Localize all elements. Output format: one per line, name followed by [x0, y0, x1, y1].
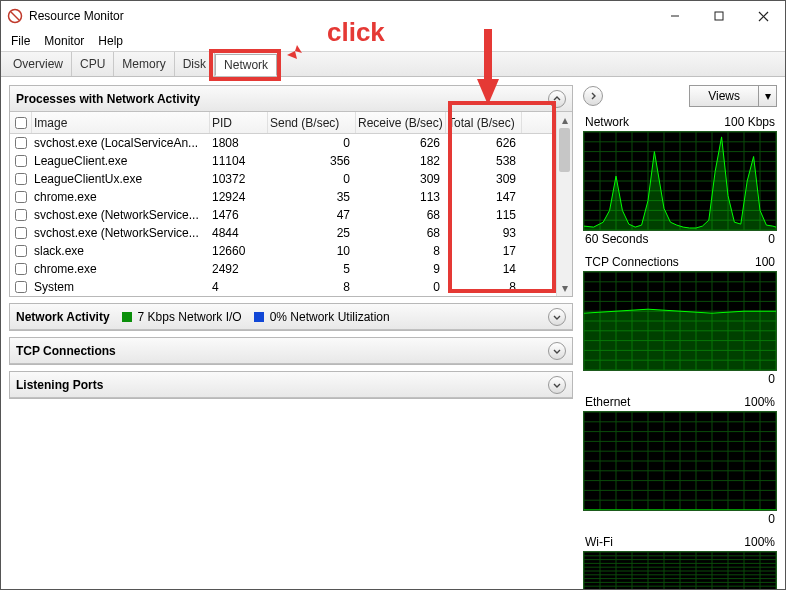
chart-tcp-title: TCP Connections: [585, 255, 679, 269]
expand-button[interactable]: [548, 342, 566, 360]
chart-ethernet-title: Ethernet: [585, 395, 630, 409]
cell-pid: 4: [210, 280, 268, 294]
cell-image: LeagueClientUx.exe: [32, 172, 210, 186]
cell-receive: 68: [356, 226, 446, 240]
tab-memory[interactable]: Memory: [114, 52, 174, 76]
table-header-row: Image PID Send (B/sec) Receive (B/sec) T…: [10, 112, 556, 134]
row-checkbox[interactable]: [15, 137, 27, 149]
col-total[interactable]: Total (B/sec): [446, 112, 522, 133]
row-checkbox[interactable]: [15, 173, 27, 185]
scroll-thumb[interactable]: [559, 128, 570, 172]
table-row[interactable]: svchost.exe (LocalServiceAn...1808062662…: [10, 134, 556, 152]
chart-tcp-foot-right: 0: [768, 372, 775, 386]
close-button[interactable]: [741, 1, 785, 31]
cell-image: chrome.exe: [32, 190, 210, 204]
select-all-checkbox[interactable]: [15, 117, 27, 129]
chart-network: [583, 131, 777, 231]
collapse-right-pane-button[interactable]: [583, 86, 603, 106]
table-row[interactable]: slack.exe1266010817: [10, 242, 556, 260]
listening-ports-header[interactable]: Listening Ports: [10, 372, 572, 398]
table-row[interactable]: svchost.exe (NetworkService...1476476811…: [10, 206, 556, 224]
cell-total: 17: [446, 244, 522, 258]
util-swatch-icon: [254, 312, 264, 322]
table-body: svchost.exe (LocalServiceAn...1808062662…: [10, 134, 556, 296]
table-row[interactable]: chrome.exe1292435113147: [10, 188, 556, 206]
views-label: Views: [690, 89, 758, 103]
cell-receive: 113: [356, 190, 446, 204]
vertical-scrollbar[interactable]: ▴ ▾: [556, 112, 572, 296]
tab-network[interactable]: Network: [215, 54, 277, 76]
row-checkbox[interactable]: [15, 263, 27, 275]
menu-file[interactable]: File: [5, 32, 36, 50]
chart-ethernet-scale: 100%: [744, 395, 775, 409]
cell-receive: 9: [356, 262, 446, 276]
scroll-up-icon[interactable]: ▴: [557, 112, 572, 128]
expand-button[interactable]: [548, 308, 566, 326]
cell-send: 5: [268, 262, 356, 276]
maximize-button[interactable]: [697, 1, 741, 31]
menu-help[interactable]: Help: [92, 32, 129, 50]
cell-send: 10: [268, 244, 356, 258]
cell-image: svchost.exe (NetworkService...: [32, 226, 210, 240]
row-checkbox[interactable]: [15, 281, 27, 293]
cell-send: 35: [268, 190, 356, 204]
row-checkbox[interactable]: [15, 155, 27, 167]
tab-disk[interactable]: Disk: [175, 52, 215, 76]
menubar: File Monitor Help: [1, 31, 785, 51]
right-pane: Views ▾ Network100 Kbps 60 Seconds0 TCP …: [579, 77, 785, 589]
table-row[interactable]: LeagueClient.exe11104356182538: [10, 152, 556, 170]
expand-button[interactable]: [548, 376, 566, 394]
menu-monitor[interactable]: Monitor: [38, 32, 90, 50]
dropdown-arrow-icon[interactable]: ▾: [758, 86, 776, 106]
col-image[interactable]: Image: [32, 112, 210, 133]
col-send[interactable]: Send (B/sec): [268, 112, 356, 133]
chart-tcp-scale: 100: [755, 255, 775, 269]
listening-ports-panel: Listening Ports: [9, 371, 573, 399]
cell-image: svchost.exe (NetworkService...: [32, 208, 210, 222]
views-dropdown[interactable]: Views ▾: [689, 85, 777, 107]
scroll-down-icon[interactable]: ▾: [557, 280, 572, 296]
collapse-button[interactable]: [548, 90, 566, 108]
cell-image: chrome.exe: [32, 262, 210, 276]
table-row[interactable]: chrome.exe24925914: [10, 260, 556, 278]
cell-receive: 8: [356, 244, 446, 258]
tcp-panel-title: TCP Connections: [16, 344, 116, 358]
table-row[interactable]: LeagueClientUx.exe103720309309: [10, 170, 556, 188]
listening-ports-title: Listening Ports: [16, 378, 103, 392]
table-row[interactable]: svchost.exe (NetworkService...4844256893: [10, 224, 556, 242]
cell-pid: 2492: [210, 262, 268, 276]
cell-pid: 10372: [210, 172, 268, 186]
minimize-button[interactable]: [653, 1, 697, 31]
cell-pid: 1476: [210, 208, 268, 222]
col-receive[interactable]: Receive (B/sec): [356, 112, 446, 133]
cell-pid: 11104: [210, 154, 268, 168]
io-label: 7 Kbps Network I/O: [138, 310, 242, 324]
chart-tcp: [583, 271, 777, 371]
tab-cpu[interactable]: CPU: [72, 52, 114, 76]
processes-panel-title: Processes with Network Activity: [16, 92, 200, 106]
processes-panel-header[interactable]: Processes with Network Activity: [10, 86, 572, 112]
cell-send: 25: [268, 226, 356, 240]
chart-ethernet-foot-right: 0: [768, 512, 775, 526]
left-pane: Processes with Network Activity Image PI…: [1, 77, 579, 589]
col-pid[interactable]: PID: [210, 112, 268, 133]
network-activity-panel: Network Activity 7 Kbps Network I/O 0% N…: [9, 303, 573, 331]
cell-receive: 0: [356, 280, 446, 294]
table-row[interactable]: System4808: [10, 278, 556, 296]
network-activity-header[interactable]: Network Activity 7 Kbps Network I/O 0% N…: [10, 304, 572, 330]
row-checkbox[interactable]: [15, 191, 27, 203]
titlebar[interactable]: Resource Monitor: [1, 1, 785, 31]
chart-tcp-group: TCP Connections100 0: [583, 253, 777, 387]
chart-network-title: Network: [585, 115, 629, 129]
cell-total: 115: [446, 208, 522, 222]
row-checkbox[interactable]: [15, 245, 27, 257]
tab-overview[interactable]: Overview: [5, 52, 72, 76]
app-window: Resource Monitor File Monitor Help Overv…: [0, 0, 786, 590]
row-checkbox[interactable]: [15, 227, 27, 239]
cell-send: 356: [268, 154, 356, 168]
cell-image: svchost.exe (LocalServiceAn...: [32, 136, 210, 150]
row-checkbox[interactable]: [15, 209, 27, 221]
cell-receive: 182: [356, 154, 446, 168]
tcp-panel-header[interactable]: TCP Connections: [10, 338, 572, 364]
window-title: Resource Monitor: [29, 9, 653, 23]
